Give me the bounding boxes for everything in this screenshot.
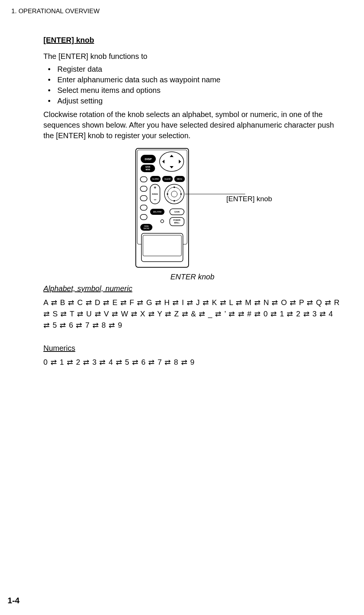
- svg-rect-10: [140, 196, 147, 201]
- svg-rect-9: [140, 186, 147, 191]
- svg-text:BRILL: BRILL: [174, 222, 180, 224]
- svg-text:CLEAR: CLEAR: [164, 178, 171, 180]
- svg-text:−: −: [154, 197, 156, 202]
- svg-text:RANGE: RANGE: [152, 193, 158, 195]
- svg-point-27: [174, 200, 175, 202]
- alphabet-subheading: Alphabet, symbol, numeric: [43, 284, 341, 293]
- section-title: [ENTER] knob: [43, 36, 341, 45]
- svg-text:DISP: DISP: [145, 157, 152, 161]
- svg-rect-12: [140, 214, 147, 220]
- intro-text: The [ENTER] knob functions to: [43, 52, 341, 61]
- svg-rect-42: [143, 235, 181, 256]
- device-illustration: DISP SAVE MOB ALARM CLEAR: [132, 146, 253, 269]
- svg-text:MENU: MENU: [177, 178, 183, 180]
- description-paragraph: Clockwise rotation of the knob selects a…: [43, 109, 341, 141]
- svg-text:ALARM: ALARM: [152, 178, 158, 180]
- chapter-header: 1. OPERATIONAL OVERVIEW: [11, 8, 353, 15]
- numerics-subheading: Numerics: [43, 344, 341, 353]
- alphabet-sequence: A ⇄ B ⇄ C ⇄ D ⇄ E ⇄ F ⇄ G ⇄ H ⇄ I ⇄ J ⇄ …: [43, 297, 341, 331]
- bullet-list: Register data Enter alphanumeric data su…: [43, 64, 341, 106]
- svg-text:GAIN: GAIN: [174, 211, 180, 213]
- bullet-item: Register data: [48, 64, 341, 74]
- svg-text:POWER: POWER: [174, 219, 181, 221]
- svg-rect-11: [140, 205, 147, 210]
- svg-point-28: [167, 193, 168, 195]
- svg-point-26: [174, 187, 175, 188]
- svg-text:SHOW: SHOW: [143, 227, 149, 230]
- svg-point-29: [180, 193, 182, 195]
- main-content: [ENTER] knob The [ENTER] knob functions …: [11, 36, 353, 368]
- bullet-item: Enter alphanumeric data such as waypoint…: [48, 74, 341, 85]
- figure-container: [ENTER] knob DISP SAVE MOB: [43, 146, 341, 271]
- page-number: 1-4: [8, 596, 20, 606]
- svg-text:MOB: MOB: [146, 168, 150, 171]
- enter-knob-callout: [ENTER] knob: [226, 195, 272, 203]
- svg-text:EBL/VRM: EBL/VRM: [153, 211, 161, 213]
- svg-text:SAVE: SAVE: [145, 166, 151, 168]
- bullet-item: Select menu items and options: [48, 85, 341, 96]
- svg-text:+: +: [154, 185, 156, 190]
- svg-point-25: [171, 191, 177, 197]
- bullet-item: Adjust setting: [48, 96, 341, 106]
- svg-point-34: [161, 220, 164, 223]
- numerics-sequence: 0 ⇄ 1 ⇄ 2 ⇄ 3 ⇄ 4 ⇄ 5 ⇄ 6 ⇄ 7 ⇄ 8 ⇄ 9: [43, 356, 341, 368]
- svg-rect-8: [140, 177, 147, 182]
- figure-caption: ENTER knob: [43, 273, 341, 281]
